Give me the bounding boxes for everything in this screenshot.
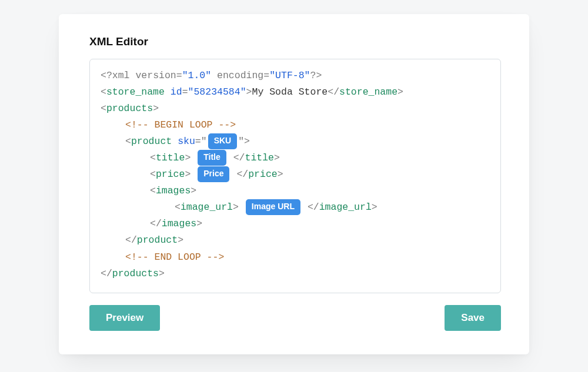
tag-images-close: images — [162, 218, 196, 229]
code-line: <price> Price </price> — [101, 166, 490, 183]
tag-image-url: image_url — [181, 202, 233, 213]
xml-punct: ?> — [310, 70, 322, 81]
xml-code-editor[interactable]: <?xml version="1.0" encoding="UTF-8"?> <… — [89, 59, 501, 293]
image-url-pill[interactable]: Image URL — [246, 199, 300, 215]
price-pill[interactable]: Price — [198, 166, 229, 182]
xml-punct: > — [178, 234, 183, 246]
xml-punct: </ — [150, 218, 162, 229]
attr-id: id — [171, 86, 182, 98]
xml-punct: > — [191, 185, 196, 196]
end-loop-comment: <!-- END LOOP --> — [125, 252, 224, 263]
store-name-text: My Soda Store — [252, 86, 328, 98]
xml-punct — [172, 136, 178, 147]
tag-image-url-close: image_url — [319, 202, 372, 213]
xml-version-value: "1.0" — [182, 70, 212, 81]
code-line: </images> — [101, 216, 490, 232]
xml-editor-card: XML Editor <?xml version="1.0" encoding=… — [59, 14, 529, 354]
xml-version-label: version — [135, 70, 176, 81]
code-line: <image_url> Image URL </image_url> — [101, 199, 490, 216]
tag-product: product — [131, 136, 172, 147]
code-line: <product sku="SKU"> — [101, 133, 490, 150]
xml-punct: </ — [236, 169, 248, 180]
xml-punct: </ — [125, 234, 137, 246]
xml-punct: </ — [328, 86, 339, 98]
tag-store-name-close: store_name — [339, 86, 397, 98]
xml-punct: </ — [233, 152, 245, 163]
xml-punct: < — [150, 169, 156, 180]
xml-punct: > — [153, 103, 159, 114]
attr-sku: sku — [178, 136, 195, 147]
begin-loop-comment: <!-- BEGIN LOOP --> — [125, 119, 236, 130]
tag-price: price — [156, 169, 185, 180]
attr-id-value: "58234584" — [188, 86, 246, 98]
xml-punct: "> — [238, 136, 250, 147]
tag-products: products — [106, 103, 153, 114]
tag-product-close: product — [137, 234, 178, 246]
xml-punct: < — [101, 103, 106, 114]
xml-punct: </ — [308, 202, 319, 213]
xml-punct: > — [397, 86, 403, 98]
code-line: <!-- END LOOP --> — [101, 249, 490, 266]
xml-punct — [165, 86, 171, 98]
xml-punct: = — [182, 86, 188, 98]
xml-punct: > — [274, 152, 280, 163]
xml-punct: < — [150, 152, 156, 163]
xml-encoding-value: "UTF-8" — [269, 70, 310, 81]
xml-punct: > — [185, 152, 191, 163]
preview-button[interactable]: Preview — [89, 305, 160, 331]
xml-punct: > — [159, 268, 165, 279]
sku-pill[interactable]: SKU — [208, 133, 238, 149]
action-bar: Preview Save — [89, 305, 501, 331]
code-line: <title> Title </title> — [101, 150, 490, 166]
xml-punct: > — [185, 169, 191, 180]
code-line: <?xml version="1.0" encoding="UTF-8"?> — [101, 68, 490, 84]
code-line: <products> — [101, 100, 490, 117]
xml-punct: > — [372, 202, 377, 213]
code-line: <images> — [101, 183, 490, 199]
code-line: </product> — [101, 232, 490, 249]
xml-punct: < — [175, 202, 181, 213]
xml-punct: > — [278, 169, 283, 180]
xml-punct: </ — [101, 268, 112, 279]
tag-title-close: title — [245, 152, 274, 163]
xml-punct: > — [196, 218, 202, 229]
xml-punct: < — [125, 136, 131, 147]
xml-punct: < — [150, 185, 156, 196]
tag-store-name: store_name — [106, 86, 165, 98]
xml-encoding-label: encoding — [217, 70, 263, 81]
xml-decl: xml — [112, 70, 136, 81]
code-line: <!-- BEGIN LOOP --> — [101, 117, 490, 133]
tag-images: images — [156, 185, 191, 196]
tag-price-close: price — [248, 169, 278, 180]
xml-punct: <? — [101, 70, 112, 81]
save-button[interactable]: Save — [445, 305, 501, 331]
xml-punct: =" — [195, 136, 207, 147]
tag-title: title — [156, 152, 185, 163]
xml-punct: > — [246, 86, 252, 98]
xml-punct: = — [176, 70, 182, 81]
xml-punct: = — [263, 70, 269, 81]
xml-punct: < — [101, 86, 106, 98]
title-pill[interactable]: Title — [198, 150, 226, 166]
page-title: XML Editor — [89, 35, 501, 48]
code-line: </products> — [101, 266, 490, 282]
tag-products-close: products — [112, 268, 159, 279]
code-line: <store_name id="58234584">My Soda Store<… — [101, 84, 490, 100]
xml-punct: > — [233, 202, 239, 213]
xml-decl — [211, 70, 217, 81]
